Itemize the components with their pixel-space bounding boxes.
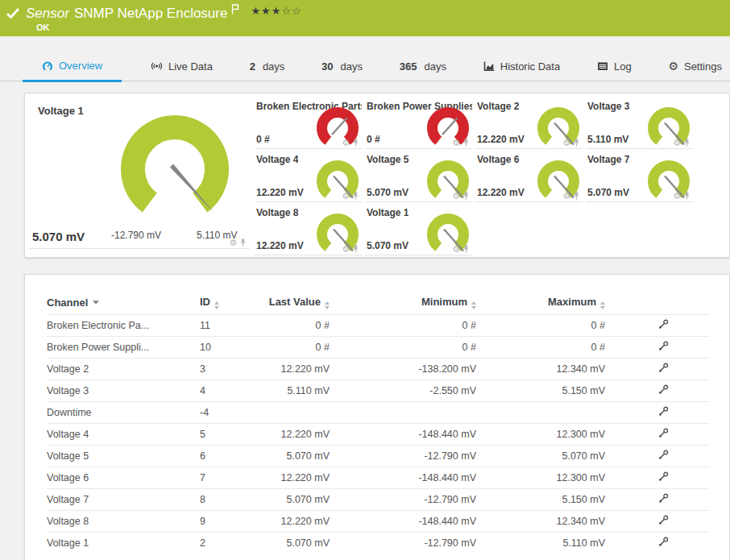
maximum-value: 5.070 mV [476,445,605,467]
gauge-cell-voltage-4: Voltage 4 12.220 mV ⚙ [255,153,362,202]
edit-channel-wrench-icon[interactable] [658,450,669,460]
pin-icon[interactable] [352,192,359,200]
last-value: 12.220 mV [265,423,330,445]
edit-channel-wrench-icon[interactable] [658,471,669,482]
primary-gauge-dial [114,110,236,232]
minimum-value: -12.790 mV [330,532,476,554]
maximum-value: 12.300 mV [476,467,605,488]
tab-overview[interactable]: Overview [23,52,122,82]
channel-settings-gear-icon[interactable]: ⚙ [342,139,350,147]
gauge-current-value: 0 # [367,134,380,145]
column-header-id[interactable]: ID [200,291,265,314]
table-header-row: Channel ID Last Value Minimum Maximum [47,291,709,314]
channel-settings-gear-icon[interactable]: ⚙ [342,245,350,253]
column-header-minimum[interactable]: Minimum [330,291,476,314]
gauge-title: Voltage 6 [477,154,519,165]
channel-settings-gear-icon[interactable]: ⚙ [342,192,350,200]
column-header-maximum[interactable]: Maximum [476,291,605,314]
pin-icon[interactable] [239,239,247,247]
gauge-current-value: 5.070 mV [32,230,85,243]
log-icon [597,60,608,72]
channel-settings-gear-icon[interactable]: ⚙ [452,245,460,253]
channel-name: Voltage 7 [47,488,200,510]
priority-stars[interactable]: ★★★☆☆ [251,5,301,17]
last-value: 12.220 mV [265,358,330,380]
edit-channel-wrench-icon[interactable] [658,493,669,504]
tab-label: Historic Data [500,60,560,73]
edit-channel-wrench-icon[interactable] [658,406,669,417]
pin-icon[interactable] [352,245,359,253]
channel-id: 11 [200,314,265,336]
edit-channel-wrench-icon[interactable] [658,363,669,373]
gauge-current-value: 5.070 mV [367,187,409,198]
gauge-icon [42,60,53,72]
sensor-kind-label: Sensor [26,6,69,22]
edit-channel-wrench-icon[interactable] [658,384,669,395]
last-value: 5.070 mV [265,445,330,467]
table-row: Broken Power Suppli... 10 0 # 0 # 0 # [47,336,709,358]
edit-channel-wrench-icon[interactable] [658,341,669,351]
channel-id: 7 [200,467,265,488]
tab-historic-data[interactable]: Historic Data [475,52,568,81]
edit-channel-wrench-icon[interactable] [658,428,669,438]
tab-day-count: 2 [250,60,255,73]
tab-log[interactable]: Log [589,52,640,81]
last-value: 5.070 mV [265,532,330,554]
tab-2-days[interactable]: 2 days [242,52,293,81]
tab-label: Overview [59,60,102,72]
minimum-value: -138.200 mV [330,358,476,380]
tab-label: days [425,60,446,73]
channel-settings-gear-icon[interactable]: ⚙ [452,192,460,200]
edit-channel-wrench-icon[interactable] [658,537,669,547]
channel-id: 5 [200,423,265,445]
priority-flag-icon[interactable] [231,4,239,15]
column-header-channel[interactable]: Channel [47,291,200,314]
channels-table-panel: Channel ID Last Value Minimum Maximum Br… [24,274,730,560]
gauge-cell-voltage-8: Voltage 8 12.220 mV ⚙ [255,206,362,255]
last-value: 0 # [265,314,330,336]
tab-30-days[interactable]: 30 days [313,52,371,81]
pin-icon[interactable] [683,139,691,147]
tab-bar: Overview Live Data 2 days 30 days 365 da… [0,52,730,81]
channel-settings-gear-icon[interactable]: ⚙ [229,239,237,247]
channel-settings-gear-icon[interactable]: ⚙ [673,192,681,200]
tab-live-data[interactable]: Live Data [143,52,221,81]
tab-365-days[interactable]: 365 days [392,52,454,81]
table-row: Voltage 6 7 12.220 mV -148.440 mV 12.300… [47,467,709,488]
table-row: Voltage 8 9 12.220 mV -148.440 mV 12.340… [47,510,709,532]
maximum-value: 5.150 mV [476,380,605,401]
pin-icon[interactable] [683,192,691,200]
pin-icon[interactable] [573,192,580,200]
edit-channel-wrench-icon[interactable] [658,515,669,525]
channel-settings-gear-icon[interactable]: ⚙ [562,192,570,200]
gauge-cell-voltage-6: Voltage 6 12.220 mV ⚙ [475,153,583,202]
status-ok-check-icon [6,8,19,19]
pin-icon[interactable] [462,139,470,147]
column-header-last-value[interactable]: Last Value [265,291,330,314]
sensor-status-header: Sensor SNMP NetApp Enclosure ★★★☆☆ OK [0,0,730,36]
maximum-value: 12.300 mV [476,423,605,445]
channel-settings-gear-icon[interactable]: ⚙ [452,139,460,147]
pin-icon[interactable] [573,139,580,147]
pin-icon[interactable] [462,192,470,200]
gauges-panel: Voltage 1 5.070 mV -12.790 mV 5.110 mV ⚙… [24,93,730,258]
gear-icon: ⚙ [668,60,678,72]
pin-icon[interactable] [352,139,359,147]
maximum-value: 0 # [476,336,605,358]
column-header-edit [605,291,709,314]
minimum-value [330,401,476,423]
channel-settings-gear-icon[interactable]: ⚙ [673,139,681,147]
channel-settings-gear-icon[interactable]: ⚙ [562,139,570,147]
channel-name: Voltage 2 [47,358,200,380]
pin-icon[interactable] [462,245,470,253]
gauge-title: Voltage 7 [587,154,629,165]
edit-channel-wrench-icon[interactable] [658,319,669,330]
small-gauges-grid: Broken Electronic Parts 0 # ⚙ Broken Pow… [255,100,693,255]
table-row: Voltage 7 8 5.070 mV -12.790 mV 5.150 mV [47,488,709,510]
tab-label: days [341,60,363,73]
table-row: Downtime -4 [47,401,709,423]
maximum-value: 5.150 mV [476,488,605,510]
tab-settings[interactable]: ⚙ Settings [660,52,730,81]
gauge-current-value: 0 # [256,134,270,145]
sort-icon [325,301,330,309]
